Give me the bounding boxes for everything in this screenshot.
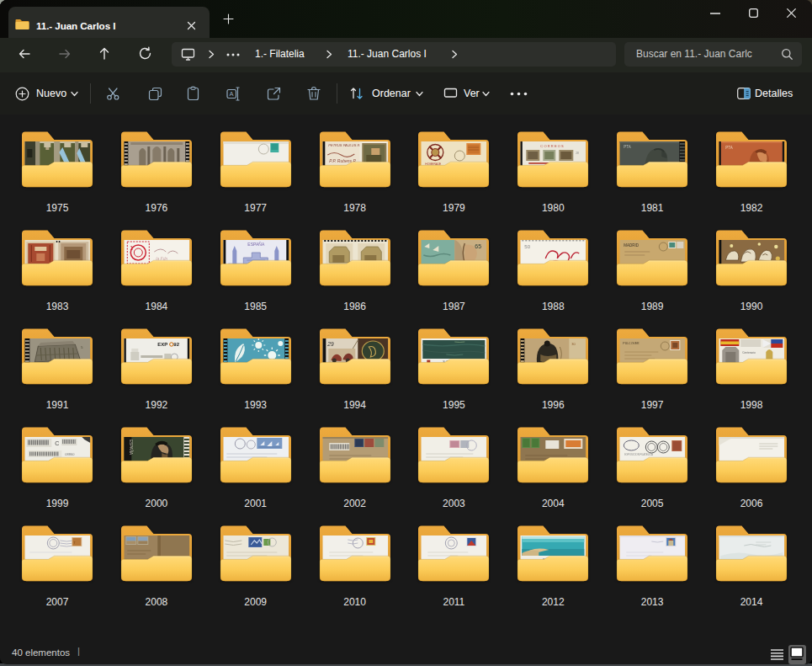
svg-text:PTA: PTA	[624, 145, 630, 149]
svg-text:C: C	[55, 440, 59, 446]
svg-text:08860: 08860	[65, 452, 75, 456]
svg-text:EXPOSICION FILATELICA: EXPOSICION FILATELICA	[624, 453, 653, 456]
svg-text:A: A	[230, 90, 234, 98]
svg-text:PULCOVER: PULCOVER	[623, 342, 640, 345]
svg-text:CORREOS: CORREOS	[541, 144, 565, 148]
svg-text:Centenario: Centenario	[742, 351, 756, 354]
svg-text:50: 50	[525, 244, 531, 249]
svg-text:EXP: EXP	[157, 342, 167, 347]
svg-text:30: 30	[572, 342, 576, 346]
svg-text:92: 92	[173, 342, 179, 347]
svg-text:1: 1	[130, 245, 133, 251]
svg-text:PTA: PTA	[725, 146, 732, 150]
svg-text:MADRID: MADRID	[624, 243, 639, 248]
svg-text:65: 65	[475, 243, 482, 249]
svg-text:HOMENAJE: HOMENAJE	[426, 163, 443, 166]
svg-text:ESPAÑA: ESPAÑA	[247, 242, 265, 247]
svg-text:29: 29	[326, 341, 334, 347]
svg-text:28: 28	[576, 152, 580, 155]
svg-text:ESPAÑA: ESPAÑA	[129, 440, 134, 455]
